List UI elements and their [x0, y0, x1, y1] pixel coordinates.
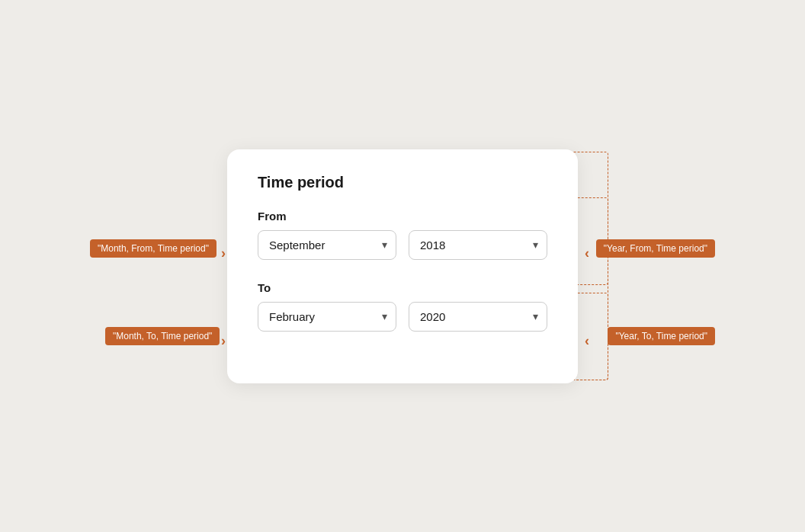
- to-month-wrapper: January February March April May June Ju…: [258, 302, 396, 332]
- annotation-month-to: "Month, To, Time period": [105, 327, 220, 345]
- card-title: Time period: [258, 174, 547, 191]
- to-label: To: [258, 281, 547, 294]
- to-year-select[interactable]: 2015 2016 2017 2018 2019 2020 2021 2022 …: [409, 302, 547, 332]
- from-year-wrapper: 2015 2016 2017 2018 2019 2020 2021 2022 …: [409, 230, 547, 260]
- scene: "Month, From, Time period" "Year, From, …: [90, 106, 715, 426]
- from-month-select[interactable]: January February March April May June Ju…: [258, 230, 396, 260]
- time-period-card: Time period From January February March …: [227, 149, 578, 383]
- from-label: From: [258, 210, 547, 223]
- to-month-select[interactable]: January February March April May June Ju…: [258, 302, 396, 332]
- arrow-right-to: ‹: [585, 333, 589, 349]
- from-section: From January February March April May Ju…: [258, 210, 547, 260]
- from-dropdowns-row: January February March April May June Ju…: [258, 230, 547, 260]
- from-month-wrapper: January February March April May June Ju…: [258, 230, 396, 260]
- to-year-wrapper: 2015 2016 2017 2018 2019 2020 2021 2022 …: [409, 302, 547, 332]
- arrow-left-to: ›: [221, 333, 226, 349]
- annotation-month-from: "Month, From, Time period": [90, 239, 216, 258]
- annotation-year-to: "Year, To, Time period": [608, 327, 715, 345]
- arrow-left-from: ›: [221, 245, 226, 261]
- annotation-year-from: "Year, From, Time period": [596, 239, 715, 258]
- from-year-select[interactable]: 2015 2016 2017 2018 2019 2020 2021 2022 …: [409, 230, 547, 260]
- arrow-right-from: ‹: [585, 245, 589, 261]
- to-section: To January February March April May June…: [258, 281, 547, 332]
- to-dropdowns-row: January February March April May June Ju…: [258, 302, 547, 332]
